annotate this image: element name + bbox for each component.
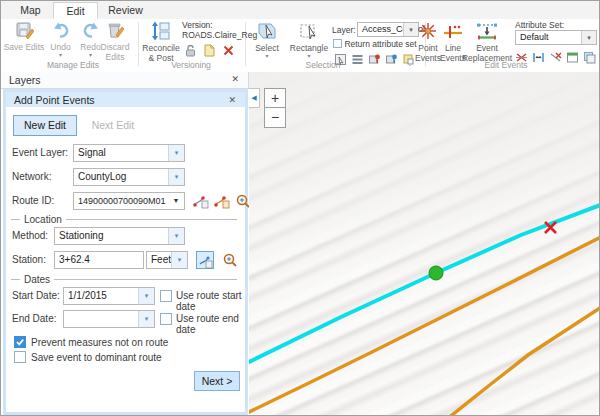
new-edit-button[interactable]: New Edit (13, 115, 77, 136)
events-window-icon[interactable] (566, 50, 579, 63)
end-date-dropdown[interactable]: ▾ (63, 310, 155, 328)
copy-events-icon[interactable] (583, 50, 596, 63)
station-label: Station: (12, 254, 46, 265)
map-view[interactable]: ◀ + − (249, 72, 599, 415)
ribbon: Save Edits Undo ▾ Redo ▾ Discard Edits M… (1, 19, 599, 73)
select-by-location-icon[interactable] (385, 52, 398, 65)
network-label: Network: (12, 171, 51, 182)
network-dropdown[interactable]: CountyLog ▾ (73, 168, 185, 186)
event-layer-dropdown[interactable]: Signal ▾ (73, 144, 185, 162)
select-button[interactable]: Select ▾ (250, 21, 284, 59)
add-point-events-body: New Edit Next Edit Event Layer: Signal ▾… (6, 107, 245, 412)
route-id-combo-arrow-icon[interactable]: ▼ (171, 193, 181, 209)
check-icon (15, 337, 25, 347)
method-dropdown[interactable]: Stationing ▾ (54, 227, 185, 245)
app-window: Map Edit Review Save Edits Undo ▾ Redo (0, 0, 600, 416)
undo-button[interactable]: Undo ▾ (46, 21, 75, 58)
group-label-selection: Selection (271, 60, 375, 70)
add-point-events-title: Add Point Events (14, 94, 95, 106)
undo-dropdown-icon[interactable]: ▾ (46, 53, 75, 58)
prevent-measures-checkbox[interactable] (14, 336, 26, 348)
end-date-dropdown-arrow-icon[interactable]: ▾ (138, 311, 154, 327)
attribute-set-dropdown[interactable]: Default ▾ (515, 30, 597, 45)
event-layer-label: Event Layer: (12, 147, 68, 158)
event-layer-dropdown-arrow-icon[interactable]: ▾ (168, 145, 184, 161)
new-version-icon[interactable] (203, 43, 216, 56)
layers-close-icon[interactable]: ✕ (231, 74, 239, 84)
station-unit-dropdown-arrow-icon[interactable]: ▾ (171, 252, 187, 268)
return-attribute-set-checkbox[interactable]: Return attribute set (333, 39, 417, 49)
route-line[interactable] (249, 204, 599, 364)
delete-version-icon[interactable] (222, 43, 235, 56)
end-date-label: End Date: (12, 313, 56, 324)
tab-edit[interactable]: Edit (53, 2, 98, 19)
select-tool-icon (250, 21, 284, 43)
save-dominant-checkbox[interactable] (14, 351, 26, 363)
map-zoom-control: + − (264, 88, 286, 128)
next-button[interactable]: Next > (194, 371, 240, 391)
add-point-events-header[interactable]: Add Point Events ✕ (3, 89, 248, 107)
layer-label: Layer: (332, 25, 356, 35)
prevent-measures-label: Prevent measures not on route (31, 337, 168, 348)
version-label: Version: (182, 20, 213, 30)
undo-icon (46, 21, 75, 42)
rectangle-select-button[interactable]: Rectangle ▾ (288, 21, 330, 59)
start-date-dropdown[interactable]: 1/1/2015 ▾ (63, 287, 155, 305)
save-icon (3, 21, 45, 42)
attribute-set-dropdown-arrow-icon[interactable]: ▾ (581, 31, 596, 44)
use-route-end-date-checkbox[interactable] (160, 313, 172, 325)
dates-section-header: Dates (11, 274, 237, 285)
use-route-start-date-label: Use route start date (176, 290, 245, 312)
station-zoom-icon[interactable] (222, 252, 240, 270)
ribbon-tab-bar: Map Edit Review (1, 1, 599, 20)
method-label: Method: (12, 230, 48, 241)
reconcile-post-icon (141, 21, 181, 43)
station-unit-dropdown[interactable]: Feet ▾ (146, 251, 188, 269)
pane-collapse-button[interactable]: ◀ (249, 88, 260, 108)
unlock-version-icon[interactable] (184, 43, 197, 56)
start-date-dropdown-arrow-icon[interactable]: ▾ (138, 288, 154, 304)
event-replacement-button[interactable]: Event Replacement (461, 21, 513, 63)
attribute-set-label: Attribute Set: (515, 20, 564, 30)
zoom-in-button[interactable]: + (264, 88, 286, 108)
start-date-label: Start Date: (12, 290, 60, 301)
discard-edits-button[interactable]: Discard Edits (93, 21, 137, 62)
group-label-versioning: Versioning (141, 60, 241, 70)
road-line-1[interactable] (249, 236, 599, 413)
network-dropdown-arrow-icon[interactable]: ▾ (168, 169, 184, 185)
rectangle-dropdown-icon[interactable]: ▾ (288, 54, 330, 59)
add-point-events-pane: Add Point Events ✕ New Edit Next Edit Ev… (3, 89, 248, 415)
pick-route-from-selection-icon[interactable] (213, 192, 231, 210)
group-separator (245, 22, 246, 66)
tab-review[interactable]: Review (98, 2, 153, 19)
route-id-label: Route ID: (12, 195, 54, 206)
use-route-start-date-checkbox[interactable] (160, 290, 172, 302)
zoom-out-button[interactable]: − (264, 108, 286, 128)
use-route-end-date-label: Use route end date (176, 313, 245, 335)
version-value: ROADS.Claire_Reg (182, 30, 257, 40)
group-label-manage-edits: Manage Edits (21, 60, 125, 70)
select-dropdown-icon[interactable]: ▾ (250, 54, 284, 59)
station-input[interactable]: 3+62.4 (54, 251, 144, 269)
layers-pane-header[interactable]: Layers ✕ (1, 72, 249, 89)
route-id-combobox[interactable]: 14900000700090M01 ▼ (73, 192, 185, 210)
checkbox-icon (333, 39, 342, 48)
method-dropdown-arrow-icon[interactable]: ▾ (168, 228, 184, 244)
next-edit-button[interactable]: Next Edit (84, 115, 142, 136)
save-edits-button[interactable]: Save Edits (3, 21, 45, 53)
road-line-2[interactable] (447, 306, 599, 415)
event-replacement-icon (461, 21, 513, 43)
add-point-events-close-icon[interactable]: ✕ (228, 95, 236, 105)
save-dominant-label: Save event to dominant route (31, 352, 162, 363)
point-event-marker[interactable] (429, 266, 443, 280)
trash-icon (93, 21, 137, 42)
reconcile-post-button[interactable]: Reconcile & Post (141, 21, 181, 63)
collapse-left-icon: ◀ (251, 94, 256, 101)
group-label-edit-events: Edit Events (456, 60, 556, 70)
location-section-header: Location (11, 214, 237, 225)
layer-dropdown[interactable]: Access_Control ▾ (357, 22, 419, 37)
select-route-on-map-icon[interactable] (192, 192, 210, 210)
tab-map[interactable]: Map (8, 2, 53, 19)
layers-pane-title: Layers (9, 74, 41, 86)
pick-location-on-map-button[interactable] (196, 251, 214, 269)
